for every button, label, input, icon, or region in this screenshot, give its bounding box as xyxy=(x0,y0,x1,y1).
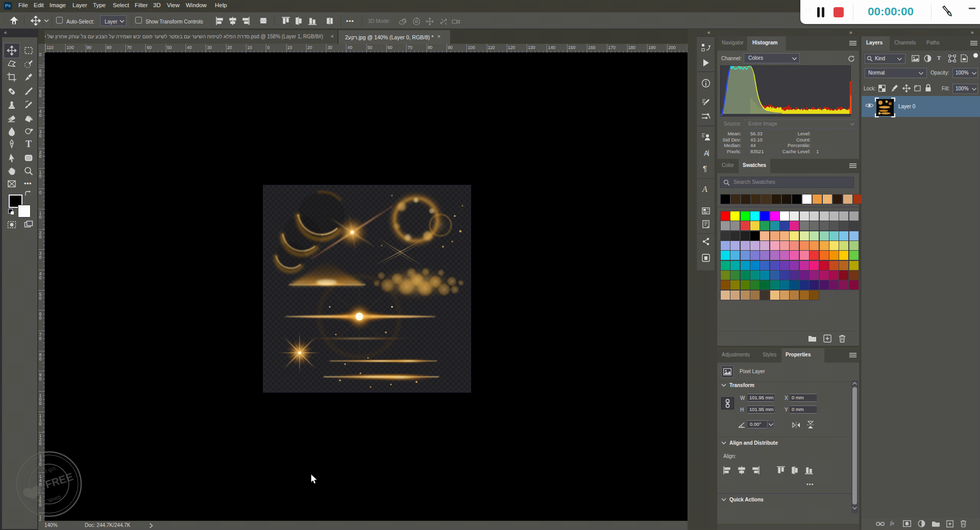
svg-text:¶: ¶ xyxy=(703,164,707,173)
svg-text:T: T xyxy=(26,139,32,149)
svg-text:A: A xyxy=(702,185,707,194)
